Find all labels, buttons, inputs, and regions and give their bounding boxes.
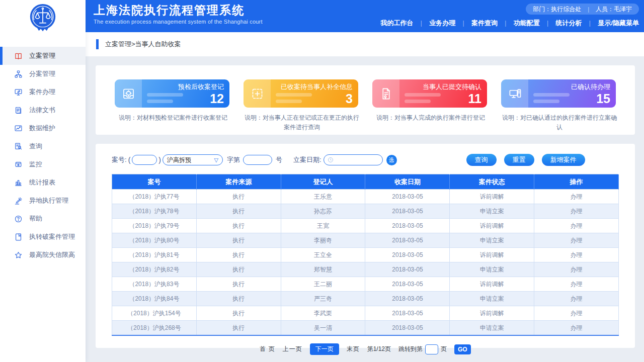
submitted-card[interactable]: 当事人已提交待确认 11 — [372, 79, 487, 108]
star-icon — [14, 250, 23, 259]
case-list-panel: 案号: ( ) 沪高拆预 ▽ 字第 号 立案日期: 选 查询 重置 新增案件 案… — [96, 144, 635, 348]
handle-action-link[interactable]: 办理 — [534, 204, 619, 219]
court-logo — [0, 0, 86, 39]
stat-card-confirmed: 已确认待办理 15 说明：对已确认通过的执行案件进行立案确认 — [501, 79, 616, 135]
nav-separator: ｜ — [460, 19, 466, 28]
jump-prefix-label: 跳转到第 — [398, 345, 423, 353]
court-emblem-icon — [27, 3, 58, 34]
stat-value: 11 — [468, 93, 481, 105]
table-cell: （2018）沪执77号 — [112, 190, 197, 204]
sidebar-item-4[interactable]: 数据维护 — [0, 119, 86, 137]
date-pick-button[interactable]: 选 — [386, 155, 397, 165]
sidebar-item-10[interactable]: 执转破案件管理 — [0, 228, 86, 246]
sidebar-item-8[interactable]: 异地执行管理 — [0, 192, 86, 210]
gavel-icon — [14, 196, 23, 205]
new-case-button[interactable]: 新增案件 — [542, 154, 585, 166]
handle-action-link[interactable]: 办理 — [534, 233, 619, 248]
sidebar-item-0[interactable]: 立案管理 — [0, 47, 86, 65]
go-button[interactable]: GO — [454, 344, 471, 354]
sidebar-item-7[interactable]: 统计报表 — [0, 173, 86, 192]
stat-card-supplement: 已收案待当事人补全信息 3 说明：对当事人正在登记或正在更正的执行案件进行查询 — [244, 79, 358, 135]
supplement-card[interactable]: 已收案待当事人补全信息 3 — [244, 79, 358, 108]
breadcrumb-bar: 立案管理>当事人自助收案 — [86, 32, 644, 56]
table-cell: （2018）沪执80号 — [112, 233, 197, 248]
filing-date-input[interactable] — [324, 154, 383, 165]
stat-description: 说明：对当事人正在登记或正在更正的执行案件进行查询 — [244, 113, 360, 132]
table-row: （2018）沪执82号执行郑智慧2018-03-05申请立案办理 — [112, 262, 619, 277]
nav-item-1[interactable]: 业务办理 — [429, 19, 455, 28]
handle-action-link[interactable]: 办理 — [534, 262, 619, 277]
nav-item-3[interactable]: 功能配置 — [514, 19, 540, 28]
handle-action-link[interactable]: 办理 — [534, 190, 619, 204]
handle-action-link[interactable]: 办理 — [534, 219, 619, 233]
confirmed-card[interactable]: 已确认待办理 15 — [501, 79, 616, 108]
sidebar-item-1[interactable]: 分案管理 — [0, 65, 86, 83]
table-cell: 诉前调解 — [450, 248, 534, 262]
table-cell: （2018）沪执81号 — [112, 248, 197, 262]
user-pill-separator: ｜ — [586, 6, 591, 13]
top-nav: 我的工作台｜业务办理｜案件查询｜功能配置｜统计分析｜显示/隐藏菜单 — [381, 19, 639, 28]
sidebar-item-label: 异地执行管理 — [29, 196, 68, 205]
query-button[interactable]: 查询 — [466, 154, 497, 166]
stat-description: 说明：对当事人完成的执行案件进行登记 — [372, 113, 489, 123]
table-cell: 执行 — [196, 262, 281, 277]
handle-action-link[interactable]: 办理 — [534, 306, 619, 321]
column-header: 案件状态 — [450, 174, 534, 190]
sidebar-item-9[interactable]: 帮助 — [0, 210, 86, 228]
nav-item-2[interactable]: 案件查询 — [471, 19, 498, 28]
handle-action-link[interactable]: 办理 — [534, 292, 619, 306]
nav-item-0[interactable]: 我的工作台 — [381, 19, 414, 28]
column-header: 收案日期 — [365, 174, 450, 190]
next-page-button[interactable]: 下一页 — [310, 343, 339, 355]
column-header: 登记人 — [281, 174, 365, 190]
table-cell: 申请立案 — [450, 321, 534, 336]
table-cell: 王二丽 — [281, 277, 365, 292]
table-cell: 执行 — [196, 321, 281, 336]
sidebar-item-3[interactable]: 法律文书 — [0, 101, 86, 119]
case-no-label: 案号: — [112, 155, 127, 164]
sidebar-item-label: 最高院失信限高 — [29, 250, 75, 259]
table-row: （2018）沪执268号执行吴一清2018-03-05申请立案办理 — [112, 321, 619, 336]
stat-value: 3 — [346, 93, 353, 105]
handle-action-link[interactable]: 办理 — [534, 321, 619, 336]
case-serial-input[interactable] — [243, 155, 272, 165]
sidebar-item-5[interactable]: 查询 — [0, 137, 86, 155]
sidebar-item-6[interactable]: 监控 — [0, 155, 86, 173]
notebook-icon — [14, 232, 23, 241]
stat-title: 当事人已提交待确认 — [423, 82, 481, 92]
table-row: （2018）沪执80号执行李丽奇2018-03-05申请立案办理 — [112, 233, 619, 248]
inbox-scan-icon — [115, 79, 142, 108]
chart-edit-icon — [14, 124, 23, 133]
nav-item-5[interactable]: 显示/隐藏菜单 — [598, 19, 639, 28]
handle-action-link[interactable]: 办理 — [534, 277, 619, 292]
stat-description: 说明：对已确认通过的执行案件进行立案确认 — [501, 113, 618, 132]
sidebar-item-11[interactable]: 最高院失信限高 — [0, 246, 86, 264]
prev-page-link[interactable]: 上一页 — [283, 345, 302, 353]
table-cell: 2018-03-05 — [365, 306, 450, 321]
nav-separator: ｜ — [419, 19, 425, 28]
first-page-link[interactable]: 首 页 — [260, 345, 275, 353]
case-no-prefix-input[interactable] — [132, 155, 157, 165]
table-cell: 2018-03-05 — [365, 190, 450, 204]
reset-button[interactable]: 重置 — [504, 154, 534, 166]
sidebar: 立案管理分案管理案件办理法律文书数据维护查询监控统计报表异地执行管理帮助执转破案… — [0, 0, 86, 362]
table-cell: （2018）沪执79号 — [112, 219, 197, 233]
table-cell: 执行 — [196, 277, 281, 292]
precheck-card[interactable]: 预检后收案登记 12 — [115, 79, 229, 108]
last-page-link[interactable]: 末页 — [347, 345, 360, 353]
jump-suffix-label: 页 — [441, 345, 447, 353]
table-cell: 王乐意 — [281, 190, 365, 204]
table-cell: 申请立案 — [450, 262, 534, 277]
court-code-select[interactable]: 沪高拆预 ▽ — [163, 154, 223, 165]
court-code-value: 沪高拆预 — [167, 156, 191, 164]
table-cell: 执行 — [196, 233, 281, 248]
stat-value: 15 — [596, 93, 610, 105]
table-cell: 王立全 — [281, 248, 365, 262]
jump-page-input[interactable] — [425, 344, 438, 354]
handle-action-link[interactable]: 办理 — [534, 248, 619, 262]
sidebar-item-label: 查询 — [29, 142, 42, 151]
nav-item-4[interactable]: 统计分析 — [556, 19, 582, 28]
document-seal-icon — [372, 79, 399, 108]
person-info: 人员：毛泽宇 — [596, 5, 632, 14]
sidebar-item-2[interactable]: 案件办理 — [0, 83, 86, 101]
